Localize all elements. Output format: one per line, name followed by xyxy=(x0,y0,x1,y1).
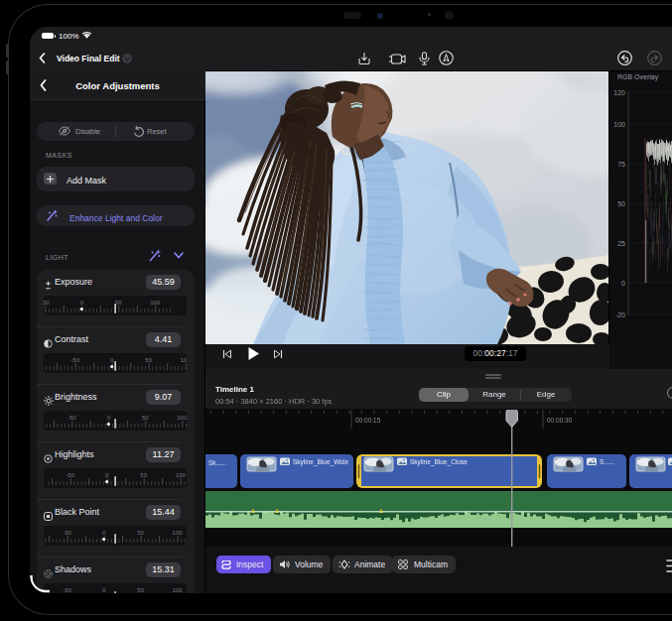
svg-text:-50: -50 xyxy=(67,415,76,421)
svg-text:50: 50 xyxy=(617,200,625,207)
svg-text:100: 100 xyxy=(176,472,187,478)
svg-text:120: 120 xyxy=(613,89,625,96)
svg-text:Sk......: Sk...... xyxy=(208,459,227,466)
svg-text:75: 75 xyxy=(617,161,625,168)
svg-text:00:00:30: 00:00:30 xyxy=(547,417,573,424)
svg-text:50: 50 xyxy=(140,472,147,478)
svg-text:-50: -50 xyxy=(44,300,50,306)
svg-text:100: 100 xyxy=(177,415,187,421)
svg-text:0: 0 xyxy=(105,472,109,478)
svg-text:0: 0 xyxy=(80,300,84,306)
svg-text:0: 0 xyxy=(107,415,111,421)
svg-text:00:00:15: 00:00:15 xyxy=(355,417,381,424)
svg-text:-50: -50 xyxy=(63,530,71,536)
svg-text:-50: -50 xyxy=(70,357,79,363)
svg-text:100: 100 xyxy=(150,300,161,306)
svg-text:50: 50 xyxy=(142,415,149,421)
svg-text:0: 0 xyxy=(102,587,106,593)
svg-text:-20: -20 xyxy=(615,311,625,318)
svg-text:25: 25 xyxy=(617,240,625,247)
svg-text:0: 0 xyxy=(102,530,106,536)
svg-text:50: 50 xyxy=(137,587,144,593)
svg-text:50: 50 xyxy=(137,530,144,536)
svg-text:0: 0 xyxy=(621,280,625,287)
svg-text:S......: S...... xyxy=(600,458,614,465)
svg-text:0: 0 xyxy=(110,357,114,363)
svg-text:50: 50 xyxy=(145,357,152,363)
svg-text:Skyline_Blue_Wide: Skyline_Blue_Wide xyxy=(293,458,348,466)
svg-text:100: 100 xyxy=(173,587,184,593)
svg-text:Skyline_Blue_Close: Skyline_Blue_Close xyxy=(410,458,468,466)
svg-text:-50: -50 xyxy=(66,472,74,478)
svg-text:100: 100 xyxy=(181,357,187,363)
svg-text:-50: -50 xyxy=(63,587,71,593)
svg-text:100: 100 xyxy=(173,530,184,536)
svg-text:50: 50 xyxy=(115,300,122,306)
svg-text:100: 100 xyxy=(613,121,625,128)
